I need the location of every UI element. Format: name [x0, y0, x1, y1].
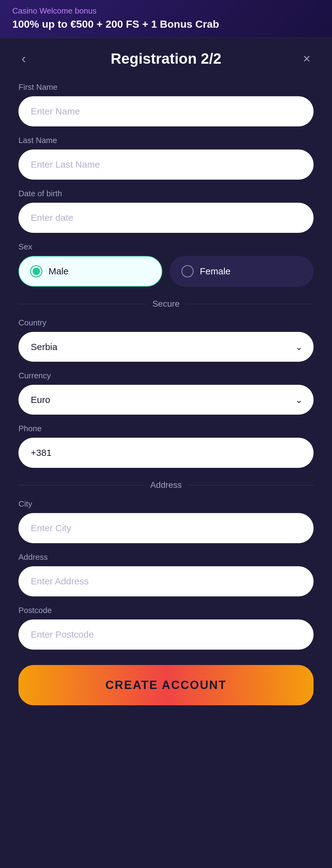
address-input[interactable] [19, 566, 313, 596]
secure-divider-row: Secure [19, 299, 313, 309]
page-title: Registration 2/2 [111, 50, 221, 67]
address-divider-text: Address [150, 480, 182, 490]
currency-select[interactable]: Euro USD GBP RSD [19, 385, 313, 414]
sex-female-label: Female [200, 266, 231, 277]
header-row: ‹ Registration 2/2 × [19, 50, 313, 67]
last-name-input[interactable] [19, 150, 313, 180]
address-label: Address [19, 552, 313, 562]
sex-options-row: Male Female [19, 256, 313, 287]
first-name-label: First Name [19, 83, 313, 92]
close-button[interactable]: × [300, 49, 313, 68]
currency-label: Currency [19, 371, 313, 380]
country-select[interactable]: Serbia Croatia Bosnia Montenegro Sloveni… [19, 332, 313, 362]
dob-section: Date of birth [19, 189, 313, 233]
currency-section: Currency Euro USD GBP RSD ⌄ [19, 371, 313, 414]
phone-label: Phone [19, 424, 313, 433]
postcode-label: Postcode [19, 606, 313, 615]
phone-input[interactable] [19, 438, 313, 468]
first-name-input[interactable] [19, 96, 313, 126]
country-select-wrapper: Serbia Croatia Bosnia Montenegro Sloveni… [19, 332, 313, 362]
sex-male-option[interactable]: Male [19, 256, 162, 287]
back-button[interactable]: ‹ [19, 49, 29, 68]
postcode-input[interactable] [19, 619, 313, 650]
create-account-button[interactable]: CREATE ACCOUNT [19, 665, 313, 705]
female-radio-circle [181, 265, 194, 277]
male-radio-circle [30, 265, 42, 277]
secure-divider-right [186, 304, 313, 304]
postcode-section: Postcode [19, 606, 313, 650]
dob-label: Date of birth [19, 189, 313, 198]
first-name-section: First Name [19, 83, 313, 126]
country-label: Country [19, 318, 313, 328]
address-section: Address [19, 552, 313, 596]
city-label: City [19, 499, 313, 509]
currency-select-wrapper: Euro USD GBP RSD ⌄ [19, 385, 313, 414]
main-container: ‹ Registration 2/2 × First Name Last Nam… [0, 38, 332, 868]
top-banner: Casino Welcome bonus 100% up to €500 + 2… [0, 0, 332, 38]
address-divider-row: Address [19, 480, 313, 490]
sex-female-option[interactable]: Female [170, 256, 313, 287]
secure-divider-text: Secure [153, 299, 180, 309]
banner-subtitle: Casino Welcome bonus [12, 6, 320, 16]
secure-divider-left [19, 304, 146, 304]
sex-male-label: Male [48, 266, 69, 277]
sex-label: Sex [19, 242, 313, 252]
last-name-section: Last Name [19, 136, 313, 180]
city-input[interactable] [19, 513, 313, 543]
city-section: City [19, 499, 313, 543]
last-name-label: Last Name [19, 136, 313, 145]
dob-input[interactable] [19, 203, 313, 233]
sex-section: Sex Male Female [19, 242, 313, 287]
banner-title: 100% up to €500 + 200 FS + 1 Bonus Crab [12, 18, 320, 30]
country-section: Country Serbia Croatia Bosnia Montenegro… [19, 318, 313, 362]
phone-section: Phone [19, 424, 313, 468]
